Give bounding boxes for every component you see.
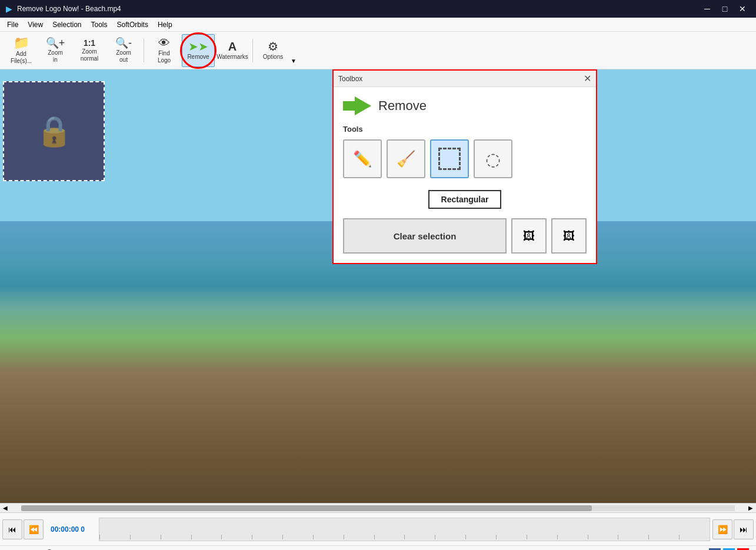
scroll-right-button[interactable]: ▶	[745, 504, 756, 513]
twitter-icon[interactable]: t	[723, 548, 735, 551]
rectangular-icon	[438, 148, 461, 170]
minimize-button[interactable]: ─	[700, 3, 715, 15]
zoom-minus-button[interactable]: -	[26, 548, 29, 551]
timeline-mark-6	[282, 535, 313, 539]
selected-tool-name: Rectangular	[428, 190, 502, 209]
status-right: 57% f t ▶	[691, 548, 749, 551]
remove-button[interactable]: ➤➤ Remove	[182, 34, 215, 67]
zoom-in-label: Zoomin	[48, 49, 63, 64]
toolbox-title-label: Toolbox	[338, 75, 362, 83]
lasso-tool-button[interactable]: ◌	[474, 139, 512, 178]
zoom-controls: - +	[26, 548, 86, 551]
svg-marker-0	[343, 96, 371, 115]
timeline-mark-9	[374, 535, 405, 539]
toolbox-title-row: Remove	[343, 96, 587, 115]
eraser-icon: 🧹	[397, 150, 415, 168]
zoom-out-button[interactable]: 🔍- Zoomout	[107, 34, 140, 67]
menu-view[interactable]: View	[23, 18, 48, 31]
add-file-label: AddFile(s)...	[11, 51, 32, 65]
timeline-start-controls: ⏮ ⏪	[0, 519, 46, 539]
timeline-mark-7	[313, 535, 344, 539]
timeline-mark-11	[435, 535, 465, 539]
timeline-mark-15	[557, 535, 588, 539]
menu-softorbits[interactable]: SoftOrbits	[112, 18, 153, 31]
timeline-mark-10	[404, 535, 435, 539]
toolbox-section-title: Remove	[378, 98, 427, 114]
step-forward-button[interactable]: ⏩	[712, 519, 732, 539]
toolbar-separator-2	[252, 39, 253, 62]
facebook-icon[interactable]: f	[709, 548, 721, 551]
remove-arrow-icon	[343, 96, 371, 115]
menu-file[interactable]: File	[2, 18, 23, 31]
menu-selection[interactable]: Selection	[48, 18, 86, 31]
options-button[interactable]: ⚙ Options	[257, 34, 289, 67]
add-file-button[interactable]: 📁 AddFile(s)...	[5, 34, 38, 67]
horizontal-scrollbar[interactable]	[21, 505, 735, 511]
toolbar-separator-1	[144, 39, 144, 62]
zoom-in-icon: 🔍+	[46, 38, 65, 48]
logo-watermark: 🔒	[3, 81, 105, 181]
find-logo-button[interactable]: 👁 FindLogo	[148, 34, 181, 67]
maximize-button[interactable]: □	[717, 3, 732, 15]
action-icon-btn-1[interactable]: 🖼	[511, 218, 547, 254]
go-to-end-button[interactable]: ⏭	[734, 519, 754, 539]
toolbar-overflow[interactable]: ▼	[291, 58, 297, 64]
go-to-start-button[interactable]: ⏮	[2, 519, 22, 539]
menu-tools[interactable]: Tools	[86, 18, 112, 31]
toolbox-close-button[interactable]: ✕	[584, 73, 591, 84]
options-icon: ⚙	[268, 41, 278, 52]
toolbar: 📁 AddFile(s)... 🔍+ Zoomin 1:1 Zoomnormal…	[0, 32, 756, 69]
timeline-track[interactable]	[99, 518, 710, 541]
timeline-end-controls: ⏩ ⏭	[710, 519, 756, 539]
toolbox-panel: Toolbox ✕ Remove Tools	[332, 69, 597, 264]
step-back-button[interactable]: ⏪	[24, 519, 44, 539]
zoom-out-label: Zoomout	[116, 49, 131, 64]
selected-tool-name-row: Rectangular	[343, 190, 587, 209]
menu-bar: File View Selection Tools SoftOrbits Hel…	[0, 18, 756, 32]
clear-selection-button[interactable]: Clear selection	[343, 218, 507, 254]
timeline-mark-18	[648, 535, 679, 539]
window-title: Remove Logo Now! - Beach.mp4	[17, 5, 121, 13]
watermarks-button[interactable]: A Watermarks	[216, 34, 249, 67]
zoom-normal-icon: 1:1	[84, 39, 95, 47]
timeline-mark-14	[527, 535, 557, 539]
menu-help[interactable]: Help	[153, 18, 177, 31]
export-selection-icon: 🖼	[563, 229, 575, 243]
social-icons: f t ▶	[709, 548, 749, 551]
main-area: 🔒 Toolbox ✕ Remove	[0, 69, 756, 503]
tools-row: ✏️ 🧹 ◌	[343, 139, 587, 178]
rectangular-tool-button[interactable]	[430, 139, 469, 178]
watermarks-icon: A	[228, 41, 237, 52]
zoom-normal-label: Zoomnormal	[81, 48, 99, 62]
pencil-tool-button[interactable]: ✏️	[343, 139, 382, 178]
zoom-in-button[interactable]: 🔍+ Zoomin	[39, 34, 72, 67]
import-selection-icon: 🖼	[523, 229, 535, 243]
toolbox-header: Toolbox ✕	[334, 71, 596, 87]
timeline: ⏮ ⏪ 00:00:00 0 ⏩	[0, 512, 756, 545]
youtube-icon[interactable]: ▶	[737, 548, 749, 551]
watermarks-label: Watermarks	[217, 54, 248, 61]
remove-label: Remove	[187, 54, 209, 61]
find-logo-label: FindLogo	[158, 50, 171, 64]
scroll-left-button[interactable]: ◀	[0, 504, 11, 513]
eraser-tool-button[interactable]: 🧹	[387, 139, 425, 178]
timeline-mark-0	[99, 535, 130, 539]
zoom-normal-button[interactable]: 1:1 Zoomnormal	[73, 34, 106, 67]
action-icon-btn-2[interactable]: 🖼	[551, 218, 587, 254]
status-left: 1:1 ⊡ - +	[7, 548, 86, 551]
timeline-mark-3	[191, 535, 222, 539]
zoom-plus-button[interactable]: +	[81, 548, 86, 551]
video-canvas: 🔒 Toolbox ✕ Remove	[0, 69, 756, 503]
find-logo-icon: 👁	[158, 37, 170, 49]
app-icon: ▶	[6, 4, 12, 14]
action-row: Clear selection 🖼 🖼	[343, 218, 587, 254]
timeline-mark-5	[252, 535, 282, 539]
scrollbar-thumb[interactable]	[21, 505, 592, 511]
watermark-lock-icon: 🔒	[36, 114, 72, 148]
close-button[interactable]: ✕	[735, 3, 750, 15]
toolbox-body: Remove Tools ✏️ 🧹 ◌	[334, 87, 596, 263]
lasso-icon: ◌	[485, 149, 501, 169]
status-bar: 1:1 ⊡ - + Remove watermark from the whol…	[0, 545, 756, 550]
horizontal-scroll-area: ◀ ▶	[0, 503, 756, 512]
timeline-marks	[99, 518, 710, 541]
